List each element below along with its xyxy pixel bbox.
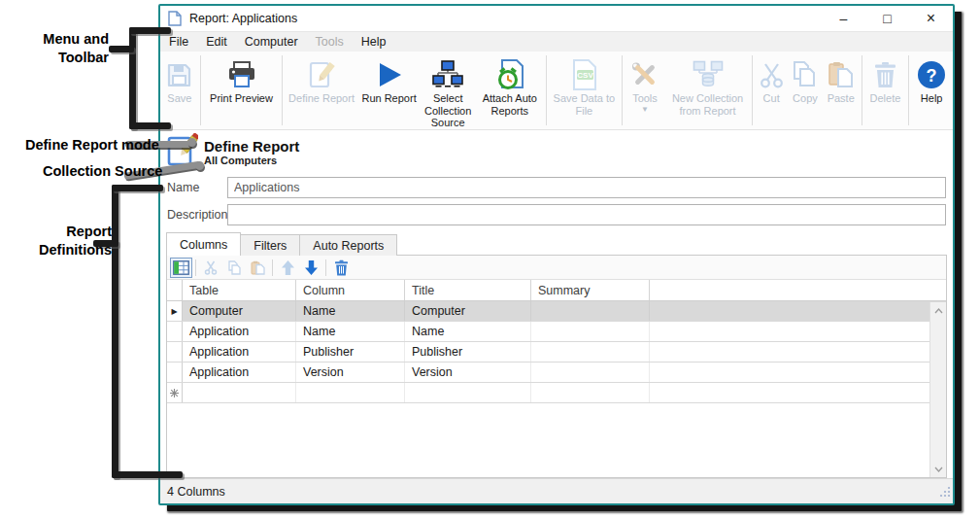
- arrow-down-icon[interactable]: [299, 258, 322, 278]
- toolbar-separator: [752, 55, 753, 125]
- application-window: Report: Applications – □ × File Edit Com…: [158, 4, 955, 505]
- menu-file[interactable]: File: [160, 32, 197, 52]
- vertical-scrollbar[interactable]: [929, 302, 946, 477]
- name-label: Name: [167, 181, 227, 194]
- tab-columns[interactable]: Columns: [166, 232, 241, 256]
- print-preview-button[interactable]: Print Preview: [203, 52, 281, 129]
- header-summary[interactable]: Summary: [531, 280, 650, 300]
- cut-button: Cut: [755, 52, 788, 129]
- scroll-up-icon[interactable]: [930, 302, 947, 319]
- floppy-icon: [166, 57, 192, 92]
- paste-button: Paste: [823, 52, 860, 129]
- define-report-title: Define Report: [204, 138, 299, 155]
- table-row[interactable]: Application Publisher Publisher: [167, 342, 946, 363]
- help-button[interactable]: ? Help: [911, 52, 952, 129]
- grid-toolbar-separator: [272, 259, 273, 276]
- header-column[interactable]: Column: [296, 280, 405, 300]
- wrench-screwdriver-icon: [631, 57, 659, 92]
- copy-button: Copy: [788, 52, 823, 129]
- description-input[interactable]: [227, 204, 946, 225]
- menubar: File Edit Computer Tools Help: [160, 31, 953, 52]
- bracket-report-definitions-vertical: [112, 185, 118, 478]
- clipboard-icon: [246, 258, 269, 278]
- status-columns-count: 4 Columns: [167, 485, 225, 499]
- document-pencil-icon: [308, 57, 335, 92]
- row-selector: ▶: [167, 301, 183, 321]
- resize-grip[interactable]: [938, 484, 951, 501]
- current-row-marker-icon: ▶: [171, 307, 177, 316]
- tools-button: Tools ▼: [625, 52, 665, 129]
- dropdown-caret-icon: ▼: [641, 106, 649, 114]
- screenshot-stage: Menu and Toolbar Define Report mode Coll…: [0, 0, 980, 518]
- toolbar-separator: [282, 55, 283, 125]
- define-report-button: Define Report: [285, 52, 358, 129]
- scroll-down-icon[interactable]: [930, 461, 947, 477]
- table-row[interactable]: ▶ Computer Name Computer: [167, 301, 946, 322]
- toolbar-separator: [622, 55, 623, 125]
- new-row-star-icon: [167, 383, 183, 402]
- header-title[interactable]: Title: [405, 280, 531, 300]
- row-selector: [167, 363, 183, 382]
- computers-database-icon: [693, 57, 724, 92]
- toolbar-separator: [546, 55, 547, 125]
- tab-filters[interactable]: Filters: [240, 234, 300, 256]
- menu-help[interactable]: Help: [353, 32, 395, 52]
- toolbar-separator: [908, 55, 909, 125]
- titlebar[interactable]: Report: Applications – □ ×: [160, 6, 953, 31]
- document-icon: [168, 11, 182, 26]
- attach-auto-reports-button[interactable]: Attach Auto Reports: [476, 52, 544, 129]
- run-report-button[interactable]: Run Report: [358, 52, 421, 129]
- toolbar: Save Print Preview Define Report: [160, 52, 953, 130]
- tab-auto-reports[interactable]: Auto Reports: [299, 234, 397, 256]
- document-clock-icon: [494, 57, 525, 92]
- bracket-menu-toolbar-bottom-arm: [129, 122, 171, 129]
- tab-strip: Columns Filters Auto Reports: [166, 234, 947, 256]
- printer-icon: [227, 57, 256, 92]
- grid-header-row: Table Column Title Summary: [167, 280, 946, 301]
- select-collection-source-button[interactable]: Select Collection Source: [420, 52, 476, 129]
- row-selector: [167, 342, 183, 362]
- annotation-collection-source: Collection Source: [43, 162, 162, 181]
- annotation-menu-toolbar: Menu and Toolbar: [8, 30, 109, 67]
- new-row[interactable]: [167, 383, 946, 403]
- define-report-header: Define Report All Computers: [160, 130, 953, 174]
- close-button[interactable]: ×: [909, 6, 953, 31]
- arrow-up-icon: [276, 258, 299, 278]
- collection-source-label: All Computers: [204, 155, 299, 167]
- delete-button: Delete: [864, 52, 907, 129]
- table-icon[interactable]: [170, 258, 192, 278]
- trash-icon[interactable]: [329, 258, 353, 278]
- grid-toolbar-separator: [325, 259, 326, 276]
- question-icon: ?: [917, 57, 946, 92]
- maximize-button[interactable]: □: [865, 6, 909, 31]
- menu-tools: Tools: [307, 32, 353, 52]
- menu-computer[interactable]: Computer: [236, 32, 307, 52]
- computers-tree-icon: [432, 57, 463, 92]
- statusbar: 4 Columns: [160, 478, 953, 503]
- header-table[interactable]: Table: [183, 280, 296, 300]
- columns-tab-panel: Table Column Title Summary ▶ Computer Na…: [166, 255, 947, 478]
- copy-icon: [222, 258, 246, 278]
- arrow-define-report-mode-tip: [187, 138, 196, 147]
- header-filler: [650, 280, 946, 300]
- description-label: Description: [167, 208, 227, 222]
- svg-text:?: ?: [927, 66, 937, 86]
- menu-edit[interactable]: Edit: [197, 32, 236, 52]
- name-input[interactable]: [227, 177, 946, 198]
- description-row: Description: [167, 204, 946, 225]
- bracket-menu-toolbar-vertical: [129, 27, 136, 129]
- csv-file-icon: CSV: [570, 57, 597, 92]
- table-row[interactable]: Application Version Version: [167, 363, 946, 383]
- svg-text:CSV: CSV: [578, 71, 594, 80]
- bracket-report-definitions-bottom-arm: [112, 471, 183, 478]
- play-icon: [376, 57, 403, 92]
- toolbar-separator: [862, 55, 862, 125]
- columns-grid: Table Column Title Summary ▶ Computer Na…: [167, 280, 946, 477]
- save-button: Save: [161, 52, 198, 129]
- minimize-button[interactable]: –: [822, 6, 865, 31]
- scissors-icon: [760, 57, 784, 92]
- toolbar-separator: [200, 55, 201, 125]
- table-row[interactable]: Application Name Name: [167, 322, 946, 342]
- bracket-menu-toolbar-stub: [109, 46, 134, 52]
- annotation-define-report-mode: Define Report mode: [25, 136, 159, 155]
